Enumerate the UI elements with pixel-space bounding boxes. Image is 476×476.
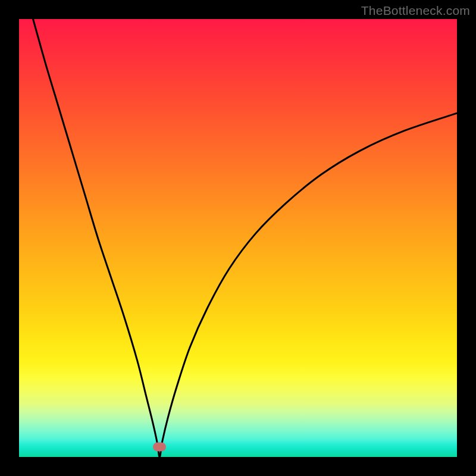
watermark-text: TheBottleneck.com bbox=[361, 4, 470, 18]
bottleneck-curve bbox=[19, 19, 457, 457]
plot-area bbox=[19, 19, 457, 457]
chart-frame: TheBottleneck.com bbox=[0, 0, 476, 476]
minimum-marker bbox=[153, 443, 166, 452]
